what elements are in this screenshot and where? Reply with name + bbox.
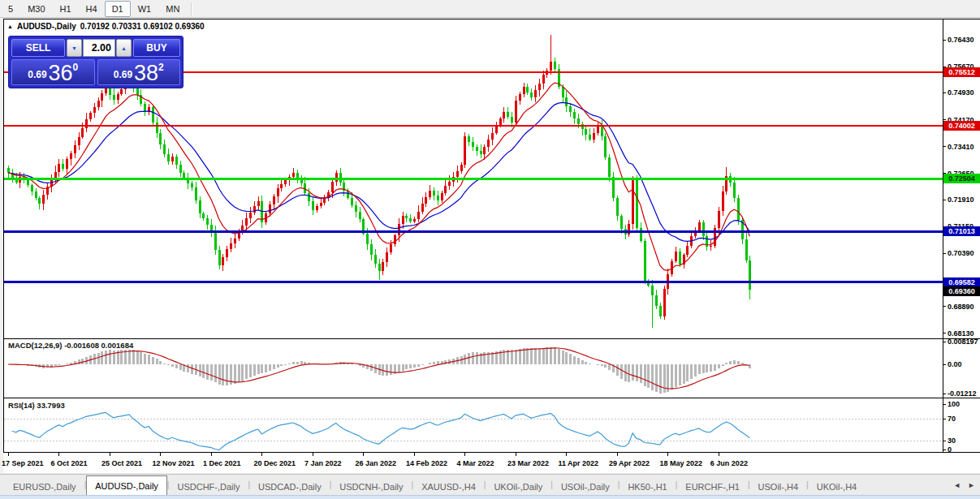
status-strip — [0, 495, 980, 499]
level-price-label: 0.69582 — [943, 277, 980, 287]
sell-price-sup: 0 — [73, 62, 79, 73]
timeframe-m30[interactable]: M30 — [20, 1, 52, 17]
tab-usoil-h4[interactable]: USOil-,H4 — [750, 479, 807, 495]
date-axis-label: 29 Apr 2022 — [609, 459, 650, 467]
date-axis-label: 17 Sep 2021 — [2, 459, 44, 467]
timeframe-h4[interactable]: H4 — [79, 1, 105, 17]
chart-title-symbol: AUDUSD-,Daily — [17, 22, 76, 31]
rsi-axis-tick: 70 — [948, 415, 956, 423]
price-axis-tick: 0.71910 — [948, 196, 974, 204]
volume-spinner: ▼ ▲ — [67, 39, 132, 57]
price-axis-tick: 0.68130 — [948, 329, 974, 338]
date-axis-label: 14 Feb 2022 — [406, 459, 447, 467]
timeframe-w1[interactable]: W1 — [131, 1, 159, 17]
one-click-trading-panel: SELL ▼ ▲ BUY 0.69360 0.69382 — [8, 36, 183, 88]
chart-title: ▲ AUDUSD-,Daily 0.70192 0.70331 0.69102 … — [7, 22, 205, 31]
rsi-axis-tick: 100 — [948, 400, 960, 408]
buy-price-small: 0.69 — [114, 69, 132, 80]
level-price-label: 0.72504 — [943, 174, 980, 183]
volume-up-icon[interactable]: ▲ — [116, 39, 132, 57]
current-price-label: 0.69360 — [943, 286, 980, 296]
volume-down-icon[interactable]: ▼ — [67, 39, 82, 57]
buy-price-sup: 2 — [158, 62, 164, 73]
tab-usoil-daily[interactable]: USOil-,Daily — [553, 479, 618, 495]
date-axis-label: 12 Nov 2021 — [152, 459, 194, 467]
date-axis-label: 25 Oct 2021 — [101, 459, 142, 467]
price-axis-tick: 0.68890 — [948, 303, 974, 311]
date-axis-label: 26 Jan 2022 — [355, 459, 396, 467]
price-axis-tick: 0.74930 — [948, 88, 974, 97]
price-axis-tick: 0.73410 — [948, 143, 974, 151]
tab-scroll-right-icon[interactable]: ► — [968, 481, 975, 489]
tab-usdcad-daily[interactable]: USDCAD-,Daily — [250, 479, 330, 495]
chart-tab-bar: EURUSD-,Daily|AUDUSD-,Daily|USDCHF-,Dail… — [0, 474, 980, 495]
sell-button[interactable]: SELL — [11, 39, 65, 57]
sell-price-small: 0.69 — [28, 69, 46, 80]
tab-scroll-left-icon[interactable]: ◄ — [953, 481, 961, 489]
toolbar-separator — [191, 2, 192, 15]
level-price-label: 0.74002 — [943, 121, 980, 131]
date-axis-label: 11 Apr 2022 — [558, 459, 598, 467]
rsi-indicator-header: RSI(14) 33.7993 — [8, 401, 65, 410]
date-axis-label: 4 Mar 2022 — [456, 459, 494, 467]
date-axis-label: 23 Mar 2022 — [507, 459, 549, 467]
tab-eurusd-daily[interactable]: EURUSD-,Daily — [5, 479, 84, 495]
sell-price-big: 36 — [49, 62, 73, 84]
buy-price-big: 38 — [134, 62, 158, 84]
timeframe-h1[interactable]: H1 — [53, 1, 79, 17]
rsi-axis-tick: 30 — [948, 437, 956, 445]
timeframe-5[interactable]: 5 — [1, 1, 20, 17]
macd-indicator-header: MACD(12,26,9) -0.001608 0.001684 — [8, 341, 133, 350]
tab-scroll-arrows: ◄► — [953, 481, 975, 489]
sell-price-box[interactable]: 0.69360 — [11, 59, 95, 85]
timeframe-mn[interactable]: MN — [158, 1, 187, 17]
date-axis-label: 7 Jan 2022 — [304, 459, 342, 467]
collapse-triangle-icon[interactable]: ▲ — [7, 23, 13, 31]
date-axis-label: 20 Dec 2021 — [253, 459, 296, 467]
tab-eurchf-h1[interactable]: EURCHF-,H1 — [677, 479, 748, 495]
timeframe-toolbar: 5M30H1H4D1W1MN — [0, 0, 980, 18]
tab-hk50-h1[interactable]: HK50-,H1 — [620, 479, 675, 495]
date-axis-label: 6 Oct 2021 — [50, 459, 87, 467]
volume-input[interactable] — [83, 39, 115, 57]
tab-ukoil-daily[interactable]: UKOil-,Daily — [486, 479, 550, 495]
macd-axis-tick: 0.00 — [948, 360, 962, 368]
rsi-axis-tick: 0 — [948, 445, 952, 454]
level-price-label: 0.75512 — [943, 67, 980, 77]
price-axis-tick: 0.70390 — [948, 249, 974, 257]
date-axis-label: 18 May 2022 — [659, 459, 702, 467]
buy-button[interactable]: BUY — [133, 39, 180, 57]
tab-xauusd-h4[interactable]: XAUUSD-,H4 — [413, 479, 484, 495]
macd-axis-tick: 0.008197 — [948, 338, 978, 346]
macd-axis-tick: -0.01212 — [948, 389, 977, 398]
tab-usdchf-daily[interactable]: USDCHF-,Daily — [169, 479, 248, 495]
date-axis-label: 6 Jun 2022 — [710, 459, 748, 467]
buy-price-box[interactable]: 0.69382 — [97, 59, 181, 85]
chart-title-ohlc: 0.70192 0.70331 0.69102 0.69360 — [80, 22, 205, 31]
timeframe-d1[interactable]: D1 — [105, 1, 131, 17]
tab-audusd-daily[interactable]: AUDUSD-,Daily — [86, 475, 167, 495]
price-axis-tick: 0.76430 — [948, 36, 974, 44]
level-price-label: 0.71013 — [943, 226, 980, 236]
tab-usdcnh-daily[interactable]: USDCNH-,Daily — [331, 479, 411, 495]
date-axis-label: 1 Dec 2021 — [203, 459, 241, 467]
trading-platform-window: 5M30H1H4D1W1MN ▲ AUDUSD-,Daily 0.70192 0… — [0, 0, 980, 499]
tab-ukoil-h4[interactable]: UKOil-,H4 — [809, 479, 866, 495]
